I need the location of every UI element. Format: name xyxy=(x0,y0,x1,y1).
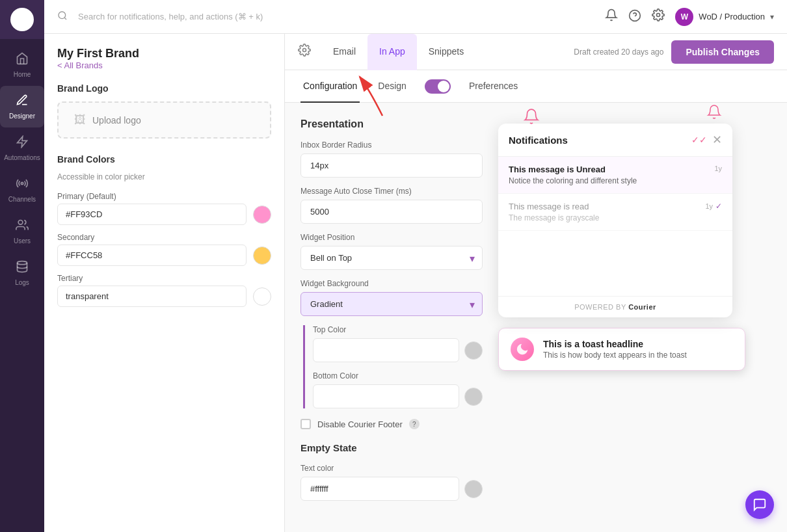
text-color-label: Text color xyxy=(300,464,483,473)
toggle[interactable] xyxy=(425,79,451,94)
upload-logo-label: Upload logo xyxy=(92,115,141,126)
config-tab-design[interactable]: Design xyxy=(375,70,409,103)
app-logo-icon xyxy=(10,8,34,31)
top-color-input[interactable] xyxy=(313,338,459,362)
toggle-switch[interactable] xyxy=(425,79,451,94)
tertiary-color-swatch[interactable] xyxy=(253,287,271,306)
toast-body: This is how body text appears in the toa… xyxy=(543,351,687,360)
footer-help-icon[interactable]: ? xyxy=(409,419,420,429)
search-placeholder-text[interactable]: Search for notifications, help, and acti… xyxy=(78,12,263,21)
widget-position-label: Widget Position xyxy=(300,233,483,242)
svg-point-1 xyxy=(21,182,23,184)
users-icon xyxy=(16,219,29,235)
widget-background-select[interactable]: Gradient xyxy=(300,292,483,316)
designer-icon xyxy=(16,94,29,110)
draft-text: Draft created 20 days ago xyxy=(574,47,663,57)
workspace-switcher[interactable]: W WoD / Production ▾ xyxy=(675,8,774,26)
upload-logo-button[interactable]: 🖼 Upload logo xyxy=(57,101,271,139)
secondary-color-swatch[interactable] xyxy=(253,246,271,265)
right-panel: Email In App Snippets Draft created 20 d… xyxy=(285,34,787,532)
help-icon[interactable] xyxy=(628,9,641,25)
brand-colors-subtitle: Accessible in color picker xyxy=(57,172,271,181)
primary-color-label: Primary (Default) xyxy=(57,192,271,201)
sidebar-designer-label: Designer xyxy=(9,113,35,120)
tertiary-color-input[interactable] xyxy=(57,286,247,307)
notif-item-header: This message is Unread 1y xyxy=(509,165,722,174)
config-tab-configuration[interactable]: Configuration xyxy=(300,70,360,103)
sidebar: Home Designer Automations xyxy=(0,0,44,532)
widget-position-group: Widget Position Bell on Top ▾ xyxy=(300,233,483,270)
workspace-name: WoD / Production xyxy=(699,12,765,21)
notifications-bell-icon[interactable] xyxy=(605,8,618,25)
message-auto-close-label: Message Auto Close Timer (ms) xyxy=(300,187,483,196)
svg-point-8 xyxy=(303,49,306,52)
svg-point-3 xyxy=(18,261,27,265)
notif-item-read[interactable]: This message is read 1y ✓ The message is… xyxy=(498,194,732,231)
inbox-border-radius-label: Inbox Border Radius xyxy=(300,140,483,150)
toast-content: This is a toast headline This is how bod… xyxy=(543,339,687,360)
svg-point-2 xyxy=(18,220,23,225)
notif-item-unread[interactable]: This message is Unread 1y Notice the col… xyxy=(498,157,732,194)
sidebar-item-designer[interactable]: Designer xyxy=(0,86,44,127)
tab-inapp[interactable]: In App xyxy=(367,34,417,70)
disable-footer-checkbox[interactable] xyxy=(300,419,311,429)
home-icon xyxy=(16,52,29,68)
bottom-color-input[interactable] xyxy=(313,384,459,408)
search-icon xyxy=(57,10,68,23)
sidebar-item-logs[interactable]: Logs xyxy=(0,252,44,294)
top-color-row xyxy=(313,338,483,362)
publish-changes-button[interactable]: Publish Changes xyxy=(671,40,774,64)
sidebar-automations-label: Automations xyxy=(4,154,40,161)
widget-position-select[interactable]: Bell on Top xyxy=(300,246,483,270)
config-tab-design-label: Design xyxy=(378,81,407,91)
primary-color-input[interactable] xyxy=(57,204,247,225)
inbox-border-radius-input[interactable] xyxy=(300,153,483,178)
config-tab-preferences[interactable]: Preferences xyxy=(466,70,520,103)
sidebar-item-channels[interactable]: Channels xyxy=(0,169,44,211)
notif-check-all-icon[interactable]: ✓✓ xyxy=(691,135,707,145)
toast-notification: This is a toast headline This is how bod… xyxy=(498,328,745,371)
chat-button[interactable] xyxy=(745,490,774,519)
bottom-color-swatch[interactable] xyxy=(464,388,483,406)
widget-background-group: Widget Background Gradient ▾ xyxy=(300,279,483,316)
text-color-swatch[interactable] xyxy=(464,480,483,498)
notif-close-icon[interactable]: ✕ xyxy=(712,133,722,147)
widget-position-select-container: Bell on Top ▾ xyxy=(300,246,483,270)
message-auto-close-input[interactable] xyxy=(300,200,483,224)
notif-item-header-read: This message is read 1y ✓ xyxy=(509,202,722,211)
tab-snippets[interactable]: Snippets xyxy=(417,34,475,70)
toast-logo xyxy=(511,338,534,361)
tab-inapp-label: In App xyxy=(379,46,405,57)
text-color-input[interactable] xyxy=(300,477,459,501)
settings-icon[interactable] xyxy=(652,8,665,25)
svg-point-7 xyxy=(657,14,660,17)
right-column: Notifications ✓✓ ✕ This message is Unrea… xyxy=(498,118,771,510)
sidebar-item-automations[interactable]: Automations xyxy=(0,127,44,169)
notif-bell-above xyxy=(706,104,722,122)
brand-settings-icon[interactable] xyxy=(298,44,311,60)
top-color-label: Top Color xyxy=(313,325,483,334)
toggle-knob xyxy=(438,81,449,92)
sidebar-nav: Home Designer Automations xyxy=(0,39,44,294)
image-icon: 🖼 xyxy=(74,113,86,127)
notif-item-body-read: The message is grayscale xyxy=(509,213,722,222)
sidebar-item-users[interactable]: Users xyxy=(0,211,44,252)
left-panel: My First Brand < All Brands Brand Logo 🖼… xyxy=(44,34,285,532)
secondary-color-label: Secondary xyxy=(57,233,271,242)
all-brands-link[interactable]: < All Brands xyxy=(57,60,271,70)
message-auto-close-group: Message Auto Close Timer (ms) xyxy=(300,187,483,224)
primary-color-swatch[interactable] xyxy=(253,206,271,224)
sidebar-logo[interactable] xyxy=(0,0,44,39)
bottom-color-label: Bottom Color xyxy=(313,371,483,380)
notif-item-title-read: This message is read xyxy=(509,202,589,211)
tab-email[interactable]: Email xyxy=(321,34,367,70)
secondary-color-input[interactable] xyxy=(57,245,247,266)
sidebar-item-home[interactable]: Home xyxy=(0,44,44,86)
widget-background-select-container: Gradient ▾ xyxy=(300,292,483,316)
notif-item-body: Notice the coloring and different style xyxy=(509,176,722,185)
empty-state-title: Empty State xyxy=(300,442,483,453)
top-color-group: Top Color xyxy=(313,325,483,362)
notif-item-time: 1y xyxy=(714,165,722,172)
top-color-swatch[interactable] xyxy=(464,341,483,360)
config-tab-configuration-label: Configuration xyxy=(303,81,357,91)
